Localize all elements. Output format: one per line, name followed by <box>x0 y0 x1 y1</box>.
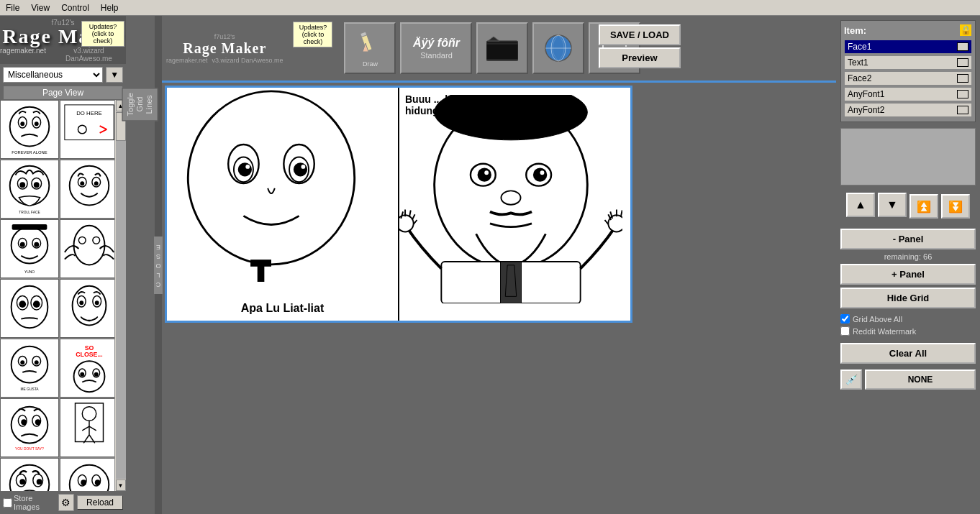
svg-point-40 <box>79 300 83 305</box>
pencil-tool-button[interactable]: Draw <box>344 22 396 74</box>
menu-view[interactable]: View <box>31 3 50 13</box>
menu-bar: File View Control Help <box>0 0 980 16</box>
item-row-anyfont1[interactable]: AnyFont1 <box>844 87 972 101</box>
category-select[interactable]: Miscellaneous <box>3 67 103 83</box>
eyedropper-button[interactable]: 💉 <box>840 370 862 390</box>
list-item[interactable]: DO HERE <box>60 100 114 159</box>
none-button[interactable]: NONE <box>865 370 976 390</box>
svg-point-36 <box>33 300 40 308</box>
globe-tool-button[interactable] <box>532 22 584 74</box>
close-button[interactable]: CLOSE <box>154 237 163 294</box>
plus-panel-button[interactable]: + Panel <box>840 264 976 285</box>
hide-grid-button[interactable]: Hide Grid <box>840 288 976 308</box>
preview-button[interactable]: Preview <box>599 47 681 68</box>
page-view-label: Page View <box>3 86 123 100</box>
item-row-face2[interactable]: Face2 <box>844 71 972 86</box>
meme-canvas[interactable]: Apa Lu Liat-liat Buuu ... luuu hidungmu … <box>165 86 632 323</box>
menu-control[interactable]: Control <box>61 3 89 13</box>
reddit-watermark-checkbox[interactable] <box>840 326 850 336</box>
svg-point-3 <box>20 121 24 126</box>
item-row-text1[interactable]: Text1 <box>844 55 972 70</box>
list-item[interactable]: FOREVER ALONE <box>0 100 59 159</box>
store-images-checkbox[interactable] <box>3 498 12 508</box>
item-face1-label: Face1 <box>848 42 871 52</box>
item-section: Item: 🔒 Face1 Text1 Face2 AnyFont1 Any <box>840 20 976 122</box>
list-item[interactable]: YUNO <box>0 219 59 278</box>
svg-point-20 <box>80 181 84 185</box>
list-item[interactable] <box>60 398 114 457</box>
font-sub-label: Standard <box>420 51 453 60</box>
main-layout: f7u12's Rage Maker ragemaker.net v3.wiza… <box>0 16 980 514</box>
move-up-button[interactable]: ▲ <box>846 193 875 217</box>
svg-point-77 <box>81 479 86 485</box>
clear-all-button[interactable]: Clear All <box>840 343 976 364</box>
svg-point-74 <box>70 465 109 491</box>
svg-point-35 <box>19 300 26 308</box>
move-top-button[interactable]: ⏫ <box>909 194 938 219</box>
svg-point-37 <box>73 286 106 326</box>
settings-button[interactable]: ⚙ <box>58 494 74 511</box>
svg-point-103 <box>478 168 491 182</box>
panel-left-caption: Apa Lu Liat-liat <box>241 302 325 315</box>
dropdown-arrow[interactable]: ▼ <box>106 67 123 83</box>
grid-above-row: Grid Above All <box>840 314 976 323</box>
save-load-area: SAVE / LOAD Preview <box>594 20 685 73</box>
list-item[interactable] <box>60 160 114 219</box>
svg-point-53 <box>80 372 84 377</box>
list-item[interactable]: SO CLOSE... <box>60 339 114 398</box>
svg-point-32 <box>12 286 48 329</box>
list-item[interactable] <box>60 219 114 278</box>
list-item[interactable] <box>0 279 59 338</box>
svg-point-17 <box>70 166 109 206</box>
minus-panel-button[interactable]: - Panel <box>840 229 976 249</box>
canvas-container: Apa Lu Liat-liat Buuu ... luuu hidungmu … <box>162 83 836 514</box>
menu-file[interactable]: File <box>6 3 19 13</box>
toggle-grid-area: ToggleGridLines <box>126 16 155 514</box>
store-images-checkbox-row: Store Images <box>3 494 55 511</box>
updates-button[interactable]: Updates? (click to check) <box>81 21 124 47</box>
order-controls: ▲ ▼ ⏫ ⏬ <box>840 193 976 219</box>
panel-controls: - Panel remaining: 66 + Panel Hide Grid <box>840 229 976 308</box>
updates-button-toolbar[interactable]: Updates? (click to check) <box>293 22 332 47</box>
left-bottom-bar: Store Images ⚙ Reload <box>0 491 126 514</box>
item-label: Item: <box>844 25 866 36</box>
lock-icon[interactable]: 🔒 <box>959 24 972 37</box>
svg-point-72 <box>37 479 42 485</box>
list-item[interactable]: YOU DON'T SAY? <box>0 398 59 457</box>
folder-tool-button[interactable] <box>476 22 528 74</box>
reddit-watermark-row: Reddit Watermark <box>840 326 976 336</box>
list-item[interactable] <box>60 279 114 338</box>
grid-above-checkbox[interactable] <box>840 314 850 323</box>
image-grid: FOREVER ALONE DO HERE <box>0 100 114 491</box>
move-bottom-button[interactable]: ⏬ <box>941 194 970 219</box>
svg-point-97 <box>301 165 305 169</box>
item-text1-color <box>957 58 968 67</box>
menu-help[interactable]: Help <box>101 3 119 13</box>
list-item[interactable] <box>0 458 59 491</box>
svg-text:TROLL FACE: TROLL FACE <box>19 211 40 214</box>
list-item[interactable]: TROLL FACE <box>0 160 59 219</box>
svg-text:YOU DON'T SAY?: YOU DON'T SAY? <box>15 447 44 451</box>
toolbar-site: ragemaker.net <box>166 57 208 64</box>
svg-text:CLOSE...: CLOSE... <box>76 351 103 358</box>
toggle-grid-button[interactable]: ToggleGridLines <box>122 88 158 121</box>
item-row-face1[interactable]: Face1 <box>844 40 972 54</box>
toolbar-title: Rage Maker <box>166 40 283 57</box>
svg-text:ME GUSTA: ME GUSTA <box>20 387 39 391</box>
list-item[interactable] <box>60 458 114 491</box>
move-down-button[interactable]: ▼ <box>878 193 907 217</box>
item-face1-color <box>957 42 968 51</box>
scroll-track <box>116 112 126 479</box>
item-row-anyfont2[interactable]: AnyFont2 <box>844 103 972 117</box>
pencil-icon <box>355 29 384 58</box>
top-toolbar: f7u12's Rage Maker ragemaker.net v3.wiza… <box>162 16 836 81</box>
reload-button[interactable]: Reload <box>77 495 123 510</box>
font-tool-button[interactable]: Äÿý fôñr Standard <box>400 22 472 74</box>
list-item[interactable]: ME GUSTA <box>0 339 59 398</box>
face2-svg <box>399 95 622 303</box>
svg-point-107 <box>540 170 545 175</box>
item-anyfont1-label: AnyFont1 <box>848 89 884 99</box>
scroll-down-button[interactable]: ▼ <box>116 479 126 491</box>
toolbar-author: f7u12's <box>166 33 283 40</box>
save-load-button[interactable]: SAVE / LOAD <box>599 24 681 45</box>
